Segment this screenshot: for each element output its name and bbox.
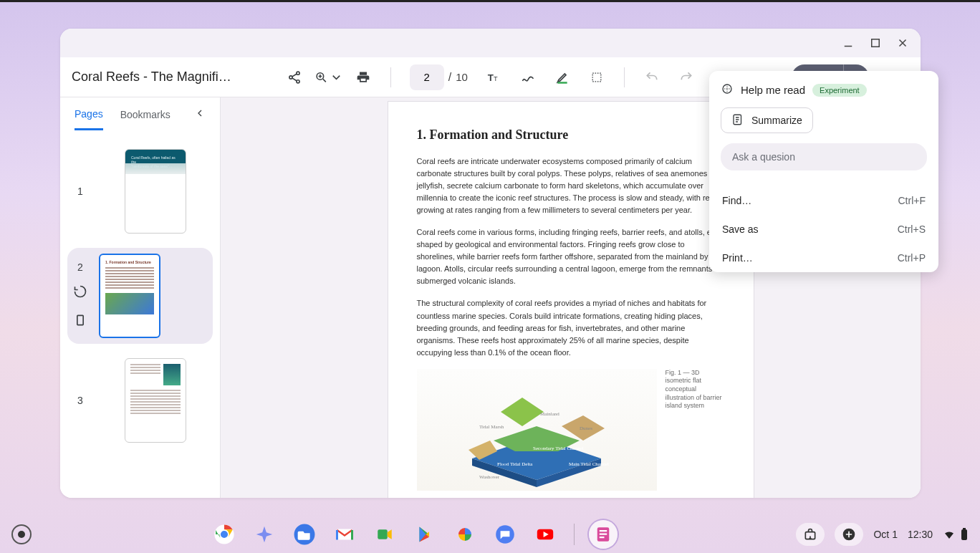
svg-rect-7	[592, 73, 601, 82]
svg-rect-11	[77, 315, 83, 324]
sidebar: Pages Bookmarks 1 Coral Reefs, often hai…	[60, 97, 221, 498]
wifi-icon	[943, 528, 956, 541]
summarize-icon	[731, 113, 744, 128]
youtube-icon[interactable]	[531, 520, 559, 549]
status-icons[interactable]	[943, 528, 969, 541]
gmail-icon[interactable]	[330, 520, 359, 549]
figure-image: Mainland Tidal Marsh Dunes Secondary Tid…	[417, 369, 657, 491]
paragraph: The structural complexity of coral reefs…	[417, 297, 725, 358]
menu-item-shortcut: Ctrl+S	[898, 223, 926, 235]
chrome-icon[interactable]	[210, 520, 239, 549]
svg-rect-43	[963, 528, 966, 529]
thumbnail-number: 2	[73, 261, 87, 273]
separator	[624, 67, 625, 87]
tab-bookmarks[interactable]: Bookmarks	[120, 100, 170, 129]
zoom-button[interactable]	[314, 63, 343, 92]
document-page: 1. Formation and Structure Coral reefs a…	[388, 102, 754, 498]
play-store-icon[interactable]	[410, 520, 439, 549]
quick-add-button[interactable]	[835, 523, 863, 546]
svg-text:Dunes: Dunes	[580, 425, 592, 431]
redo-button[interactable]	[672, 63, 701, 92]
crop-tool-icon[interactable]	[582, 63, 611, 92]
svg-text:Tidal Marsh: Tidal Marsh	[479, 424, 504, 430]
thumbnail-preview: 1. Formation and Structure	[99, 254, 160, 338]
shelf-separator	[574, 524, 575, 545]
maximize-button[interactable]	[869, 37, 882, 49]
tote-button[interactable]	[796, 523, 825, 546]
svg-rect-37	[600, 530, 607, 532]
rotate-icon[interactable]	[73, 284, 87, 302]
figure: Mainland Tidal Marsh Dunes Secondary Tid…	[417, 369, 725, 491]
print-icon[interactable]	[349, 63, 378, 92]
svg-text:Main Tidal Channel: Main Tidal Channel	[569, 461, 609, 467]
launcher-button[interactable]	[11, 524, 32, 544]
tab-pages[interactable]: Pages	[75, 100, 103, 130]
photos-icon[interactable]	[451, 520, 479, 549]
summarize-label: Summarize	[751, 115, 802, 126]
text-tool-icon[interactable]: TT	[479, 63, 508, 92]
svg-rect-39	[600, 537, 605, 538]
svg-text:Mainland: Mainland	[540, 411, 559, 417]
thumbnail-list: 1 Coral Reefs, often hailed as the"rainf…	[60, 132, 220, 498]
menu-item-label: Save as	[722, 223, 759, 235]
menu-item-label: Print…	[722, 252, 753, 264]
menu-item-saveas[interactable]: Save as Ctrl+S	[709, 215, 938, 244]
thumbnail-item[interactable]: 2 1. Formation and Structure	[67, 248, 213, 344]
highlight-tool-icon[interactable]	[548, 63, 577, 92]
svg-rect-42	[961, 529, 967, 540]
svg-text:T: T	[488, 72, 494, 83]
svg-point-26	[723, 85, 731, 93]
gemini-icon[interactable]	[250, 520, 279, 549]
shelf-apps	[210, 520, 618, 549]
svg-marker-16	[501, 398, 544, 426]
date-label[interactable]: Oct 1	[873, 529, 897, 540]
collapse-sidebar-icon[interactable]	[194, 107, 206, 122]
svg-rect-32	[337, 529, 352, 540]
current-page-input[interactable]: 2	[410, 64, 444, 90]
thumbnail-item[interactable]: 1 Coral Reefs, often hailed as the"rainf…	[67, 143, 213, 239]
ask-placeholder: Ask a quesion	[732, 151, 795, 163]
document-title: Coral Reefs - The Magnifi…	[72, 69, 231, 85]
time-label[interactable]: 12:30	[908, 529, 933, 540]
page-heading: 1. Formation and Structure	[417, 128, 725, 143]
menu-item-find[interactable]: Find… Ctrl+F	[709, 186, 938, 215]
delete-icon[interactable]	[73, 313, 87, 330]
thumbnail-preview	[125, 358, 186, 443]
messages-icon[interactable]	[491, 520, 519, 549]
svg-point-30	[220, 530, 229, 539]
menu-item-label: Find…	[722, 195, 751, 206]
thumbnail-number: 3	[73, 395, 87, 406]
files-icon[interactable]	[290, 520, 319, 549]
svg-text:Secondary Tidal Channel: Secondary Tidal Channel	[533, 446, 584, 451]
help-me-read-header: Help me read Experiment	[721, 82, 927, 97]
pdf-app-icon[interactable]	[589, 520, 618, 549]
menu-item-shortcut: Ctrl+F	[898, 195, 926, 206]
draw-tool-icon[interactable]	[514, 63, 542, 92]
page-separator: /	[448, 71, 451, 84]
sparkle-icon	[721, 82, 734, 97]
page-indicator: 2 / 10	[410, 64, 468, 90]
undo-button[interactable]	[638, 63, 666, 92]
titlebar	[60, 29, 921, 57]
menu-item-print[interactable]: Print… Ctrl+P	[709, 244, 938, 272]
close-button[interactable]	[896, 37, 909, 49]
share-icon[interactable]	[280, 63, 309, 92]
separator	[390, 67, 391, 87]
svg-text:Washover: Washover	[479, 474, 499, 480]
figure-caption: Fig. 1 — 3D isometric flat conceptual il…	[666, 369, 725, 491]
thumbnail-item[interactable]: 3	[67, 352, 213, 448]
paragraph: Coral reefs come in various forms, inclu…	[417, 226, 725, 287]
menu-item-shortcut: Ctrl+P	[898, 252, 926, 264]
help-me-read-label: Help me read	[741, 84, 805, 96]
minimize-button[interactable]	[842, 37, 855, 49]
total-pages: 10	[456, 71, 468, 83]
overflow-menu: Help me read Experiment Summarize Ask a …	[709, 71, 938, 272]
thumbnail-number: 1	[73, 186, 87, 197]
sidebar-tabs: Pages Bookmarks	[60, 97, 220, 132]
summarize-button[interactable]: Summarize	[721, 107, 813, 133]
shelf-status: Oct 1 12:30	[796, 523, 969, 546]
battery-icon	[960, 528, 969, 541]
meet-icon[interactable]	[370, 520, 399, 549]
ask-question-input[interactable]: Ask a quesion	[721, 143, 927, 170]
shelf: Oct 1 12:30	[0, 516, 980, 553]
